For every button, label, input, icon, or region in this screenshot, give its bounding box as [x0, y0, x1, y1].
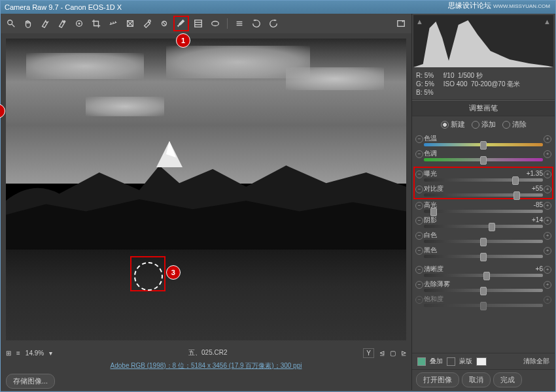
- save-image-button[interactable]: 存储图像...: [6, 374, 55, 389]
- brush-cursor-icon: [134, 262, 163, 291]
- y-indicator[interactable]: Y: [363, 348, 374, 358]
- transform-tool-icon[interactable]: [125, 18, 135, 29]
- zoom-tool-icon[interactable]: [6, 18, 16, 29]
- grid-toggle-icon[interactable]: ⊞: [6, 350, 11, 357]
- nav-end-icon[interactable]: ⊵: [401, 350, 406, 357]
- plus-icon[interactable]: +: [544, 247, 551, 255]
- target-adjust-tool-icon[interactable]: [74, 18, 84, 29]
- white-balance-tool-icon[interactable]: [40, 18, 50, 29]
- redeye-tool-icon[interactable]: [159, 18, 169, 29]
- right-panel: ▲ ▲ R: 5% G: 5% B: 5% f/10 1/500 秒 ISO 4…: [411, 14, 555, 390]
- radial-filter-tool-icon[interactable]: [210, 18, 220, 29]
- slider-dehaze[interactable]: −+去除薄雾: [415, 278, 552, 293]
- slider-saturation[interactable]: −+饱和度: [415, 293, 552, 308]
- highlighted-sliders: −+曝光+1.35 −+对比度+55: [413, 167, 553, 199]
- toolbar: 1: [1, 14, 411, 33]
- toolbar-divider: [227, 18, 228, 29]
- watermark: 思缘设计论坛 WWW.MISSYUAN.COM: [448, 1, 550, 10]
- straighten-tool-icon[interactable]: [108, 18, 118, 29]
- minus-icon[interactable]: −: [415, 135, 423, 143]
- preferences-icon[interactable]: [234, 18, 245, 29]
- svg-rect-16: [398, 21, 405, 27]
- menu-icon[interactable]: ≡: [16, 350, 20, 357]
- plus-icon[interactable]: +: [544, 202, 551, 210]
- slider-exposure[interactable]: −+曝光+1.35: [415, 168, 552, 183]
- svg-point-4: [78, 23, 80, 24]
- window-title: Camera Raw 9.7 - Canon EOS-1D X: [5, 3, 122, 11]
- sliders-group: −+色温 −+色调 −+曝光+1.35 −+对比度+55 2 −+高光-85 −…: [412, 133, 555, 353]
- bottom-bar: 存储图像...: [1, 372, 411, 390]
- zoom-dropdown-icon[interactable]: ▾: [49, 350, 52, 357]
- filename: 五、025.CR2: [58, 348, 358, 357]
- minus-icon[interactable]: −: [415, 281, 423, 289]
- plus-icon[interactable]: +: [544, 217, 551, 225]
- info-readout: R: 5% G: 5% B: 5% f/10 1/500 秒 ISO 400 7…: [412, 69, 555, 100]
- radio-erase[interactable]: 清除: [502, 120, 527, 129]
- svg-rect-9: [195, 20, 202, 27]
- overlay-checkbox[interactable]: [417, 357, 426, 366]
- plus-icon[interactable]: +: [544, 232, 551, 240]
- graduated-filter-tool-icon[interactable]: [193, 18, 203, 29]
- highlight-clip-icon[interactable]: ▲: [544, 18, 551, 25]
- minus-icon[interactable]: −: [415, 171, 423, 178]
- app-body: 1 3 ⊞: [1, 14, 555, 390]
- slider-tint[interactable]: −+色调: [415, 148, 552, 163]
- minus-icon[interactable]: −: [415, 247, 423, 255]
- plus-icon[interactable]: +: [544, 171, 551, 178]
- annotation-badge-3: 3: [166, 265, 181, 280]
- svg-point-0: [8, 20, 12, 25]
- open-image-button[interactable]: 打开图像: [416, 372, 459, 387]
- minus-icon[interactable]: −: [415, 266, 423, 274]
- svg-point-2: [64, 21, 65, 22]
- app-window: Camera Raw 9.7 - Canon EOS-1D X 思缘设计论坛 W…: [0, 0, 556, 392]
- hand-tool-icon[interactable]: [23, 18, 33, 29]
- dialog-buttons: 打开图像 取消 完成: [412, 369, 555, 390]
- cancel-button[interactable]: 取消: [462, 372, 491, 387]
- minus-icon[interactable]: −: [415, 186, 423, 193]
- minus-icon[interactable]: −: [415, 202, 423, 210]
- plus-icon[interactable]: +: [544, 186, 551, 193]
- slider-contrast[interactable]: −+对比度+55: [415, 183, 552, 198]
- rotate-left-icon[interactable]: [251, 18, 262, 29]
- minus-icon[interactable]: −: [415, 150, 423, 158]
- clear-all-link[interactable]: 清除全部: [523, 357, 549, 366]
- canvas-footer: ⊞ ≡ 14.9% ▾ 五、025.CR2 Y ⊴ ▢ ⊵: [1, 346, 411, 360]
- slider-whites[interactable]: −+白色: [415, 229, 552, 244]
- slider-blacks[interactable]: −+黑色: [415, 244, 552, 259]
- shadow-clip-icon[interactable]: ▲: [416, 18, 423, 25]
- minus-icon[interactable]: −: [415, 217, 423, 225]
- svg-point-12: [212, 22, 219, 26]
- fullscreen-icon[interactable]: [396, 18, 406, 29]
- zoom-level[interactable]: 14.9%: [26, 350, 44, 357]
- slider-highlights[interactable]: −+高光-85: [415, 199, 552, 214]
- done-button[interactable]: 完成: [493, 372, 522, 387]
- plus-icon[interactable]: +: [544, 266, 551, 274]
- svg-line-1: [12, 24, 14, 27]
- svg-point-6: [148, 20, 151, 23]
- image-canvas[interactable]: 3: [6, 39, 406, 340]
- annotation-badge-1: 1: [176, 33, 190, 48]
- plus-icon[interactable]: +: [544, 150, 551, 158]
- plus-icon[interactable]: +: [544, 135, 551, 143]
- crop-tool-icon[interactable]: [91, 18, 101, 29]
- plus-icon[interactable]: +: [544, 296, 551, 304]
- plus-icon[interactable]: +: [544, 281, 551, 289]
- minus-icon[interactable]: −: [415, 296, 423, 304]
- color-sampler-tool-icon[interactable]: [57, 18, 67, 29]
- nav-next-icon[interactable]: ▢: [390, 350, 396, 357]
- slider-shadows[interactable]: −+阴影+14: [415, 214, 552, 229]
- adjustment-brush-tool-icon[interactable]: [173, 16, 189, 31]
- radio-new[interactable]: 新建: [441, 120, 465, 129]
- histogram[interactable]: ▲ ▲: [413, 15, 553, 67]
- mask-color-swatch[interactable]: [476, 357, 487, 366]
- minus-icon[interactable]: −: [415, 232, 423, 240]
- image-metadata-link[interactable]: Adobe RGB (1998)：8 位；5184 x 3456 (17.9 百…: [1, 360, 411, 372]
- mask-checkbox[interactable]: [447, 357, 455, 366]
- spot-removal-tool-icon[interactable]: [142, 18, 152, 29]
- slider-temperature[interactable]: −+色温: [415, 133, 552, 148]
- photo-preview: 3: [6, 39, 406, 340]
- radio-add[interactable]: 添加: [472, 120, 496, 129]
- rotate-right-icon[interactable]: [268, 18, 279, 29]
- nav-prev-icon[interactable]: ⊴: [379, 350, 385, 357]
- slider-clarity[interactable]: −+清晰度+6: [415, 263, 552, 278]
